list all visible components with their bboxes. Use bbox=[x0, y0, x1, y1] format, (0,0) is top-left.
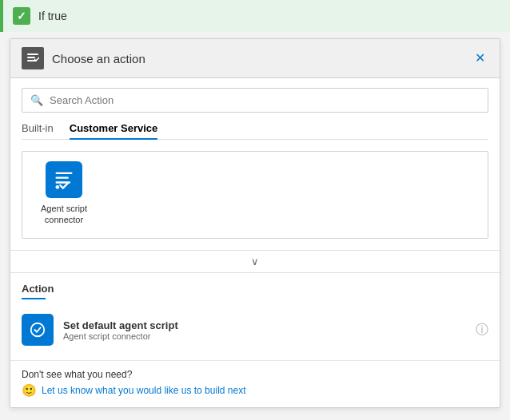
action-section-title: Action bbox=[22, 283, 488, 295]
agent-script-connector-label: Agent script connector bbox=[32, 203, 96, 226]
dialog-header: Choose an action ✕ bbox=[10, 39, 500, 78]
chevron-down-icon: ∨ bbox=[251, 256, 259, 267]
action-item-text: Set default agent script Agent script co… bbox=[63, 319, 466, 341]
svg-rect-3 bbox=[56, 172, 73, 174]
tabs-bar: Built-in Customer Service bbox=[22, 122, 488, 140]
search-icon: 🔍 bbox=[30, 94, 43, 106]
tab-customer-service[interactable]: Customer Service bbox=[70, 122, 158, 139]
connectors-area: Agent script connector bbox=[22, 151, 488, 239]
svg-rect-1 bbox=[27, 57, 35, 58]
info-icon[interactable]: ⓘ bbox=[476, 322, 488, 339]
action-item-set-default[interactable]: Set default agent script Agent script co… bbox=[22, 307, 488, 352]
collapse-row[interactable]: ∨ bbox=[10, 250, 500, 272]
svg-point-7 bbox=[31, 323, 45, 337]
close-button[interactable]: ✕ bbox=[472, 50, 488, 66]
feedback-link[interactable]: Let us know what you would like us to bu… bbox=[42, 385, 245, 396]
action-item-subname: Agent script connector bbox=[63, 331, 466, 341]
dialog-search-area: 🔍 Built-in Customer Service bbox=[10, 78, 500, 248]
checkmark-icon: ✓ bbox=[13, 7, 30, 25]
dialog-header-icon bbox=[22, 47, 44, 69]
svg-rect-4 bbox=[56, 177, 69, 179]
search-box: 🔍 bbox=[22, 88, 488, 113]
smiley-icon: 🙂 bbox=[22, 383, 37, 398]
search-input[interactable] bbox=[50, 94, 480, 106]
action-section-underline bbox=[22, 298, 46, 299]
feedback-question: Don't see what you need? bbox=[22, 369, 488, 380]
dialog-title: Choose an action bbox=[52, 52, 464, 65]
action-item-icon bbox=[22, 314, 54, 346]
feedback-link-row: 🙂 Let us know what you would like us to … bbox=[22, 383, 488, 398]
agent-script-connector-icon bbox=[46, 161, 82, 198]
if-true-label: If true bbox=[38, 10, 67, 22]
if-true-bar: ✓ If true bbox=[0, 0, 510, 32]
tab-built-in[interactable]: Built-in bbox=[22, 122, 54, 139]
feedback-row: Don't see what you need? 🙂 Let us know w… bbox=[10, 360, 500, 407]
action-item-name: Set default agent script bbox=[63, 319, 466, 331]
svg-rect-0 bbox=[27, 53, 38, 55]
action-section: Action Set default agent script Agent sc… bbox=[10, 272, 500, 360]
agent-script-connector-item[interactable]: Agent script connector bbox=[32, 161, 96, 226]
choose-action-dialog: Choose an action ✕ 🔍 Built-in Customer S… bbox=[10, 38, 500, 408]
svg-point-6 bbox=[56, 185, 60, 189]
